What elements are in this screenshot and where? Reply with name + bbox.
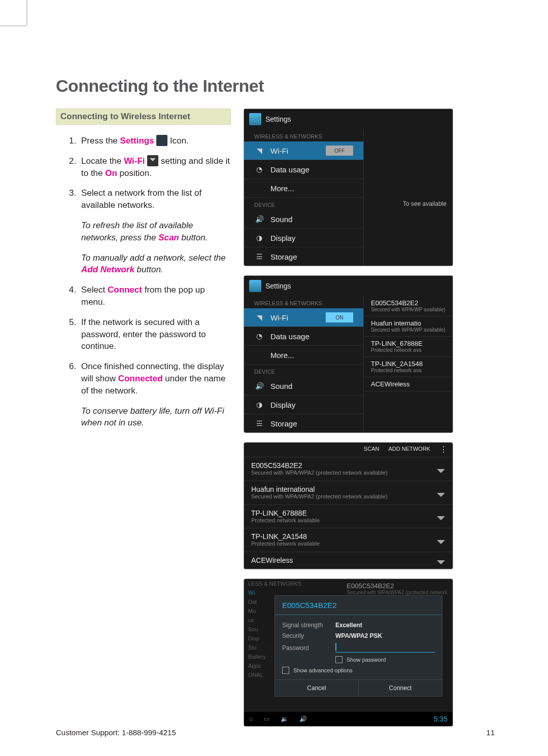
row-data-usage[interactable]: ◔Data usage <box>244 327 363 346</box>
add-network-button[interactable]: ADD NETWORK <box>388 446 430 454</box>
row-storage[interactable]: ☰Storage <box>244 247 363 266</box>
storage-icon: ☰ <box>254 251 264 262</box>
signal-icon <box>436 512 446 520</box>
screenshot-wifi-off: Settings WIRELESS & NETWORKS ◥Wi-FiOFF ◔… <box>244 109 453 266</box>
signal-icon <box>436 489 446 497</box>
overflow-icon[interactable]: ⋮ <box>439 446 448 454</box>
recent-icon[interactable]: ▭ <box>264 715 269 723</box>
network-item[interactable]: Huafun internatioSecured with WPA/WP ava… <box>364 316 453 337</box>
note-battery: To conserve battery life, turn off Wi-Fi… <box>81 405 231 429</box>
row-more[interactable]: More... <box>244 346 363 365</box>
connect-button[interactable]: Connect <box>359 680 442 696</box>
cancel-button[interactable]: Cancel <box>275 680 359 696</box>
row-wifi[interactable]: ◥Wi-FiOFF <box>244 141 363 160</box>
sound-icon: 🔊 <box>254 381 264 391</box>
section-heading: Connecting to Wireless Internet <box>56 109 231 125</box>
step-3: Select a network from the list of availa… <box>79 187 231 211</box>
step-6: Once finished connecting, the display wi… <box>79 361 231 397</box>
data-icon: ◔ <box>254 331 264 341</box>
storage-icon: ☰ <box>254 418 264 428</box>
note-scan: To refresh the list of available network… <box>81 220 231 244</box>
system-navbar: ⌂ ▭ 🔉 🔊 5:35 <box>244 712 453 726</box>
row-display[interactable]: ◑Display <box>244 395 363 414</box>
wifi-icon <box>147 155 158 166</box>
signal-icon <box>436 465 446 473</box>
gear-icon <box>249 280 261 292</box>
signal-icon <box>436 536 446 544</box>
row-sound[interactable]: 🔊Sound <box>244 377 363 395</box>
screenshot-connect-dialog: LESS & NETWORKS E005C534B2E2Secured with… <box>244 579 453 727</box>
wifi-icon: ◥ <box>254 146 264 156</box>
password-input[interactable] <box>335 643 435 653</box>
wifi-toggle-on[interactable]: ON <box>326 312 353 322</box>
show-password-checkbox[interactable] <box>335 656 342 663</box>
network-item[interactable]: TP-LINK_67888EProtected network ava <box>364 337 453 357</box>
show-advanced-checkbox[interactable] <box>282 667 289 674</box>
row-display[interactable]: ◑Display <box>244 229 363 247</box>
network-item[interactable]: ACEWireless <box>244 552 453 569</box>
row-sound[interactable]: 🔊Sound <box>244 210 363 229</box>
back-icon[interactable]: ⌂ <box>249 715 253 723</box>
clock: 5:35 <box>434 715 448 723</box>
signal-icon <box>436 556 446 564</box>
network-item[interactable]: ACEWireless <box>364 377 453 391</box>
network-item[interactable]: TP-LINK_2A1548Protected network ava <box>364 357 453 377</box>
step-5: If the network is secured with a passwor… <box>79 316 231 352</box>
note-add-network: To manually add a network, select the Ad… <box>81 252 231 276</box>
settings-icon <box>156 135 167 146</box>
screenshot-network-list: SCAN ADD NETWORK ⋮ E005C534B2E2Secured w… <box>244 442 453 569</box>
wifi-toggle-off[interactable]: OFF <box>326 146 353 156</box>
network-item[interactable]: E005C534B2E2Secured with WPA/WPA2 (prote… <box>244 457 453 481</box>
wifi-icon: ◥ <box>254 312 264 322</box>
row-more[interactable]: More... <box>244 179 363 198</box>
step-4: Select Connect from the pop up menu. <box>79 284 231 308</box>
screenshot-wifi-on: Settings WIRELESS & NETWORKS ◥Wi-FiON ◔D… <box>244 275 453 433</box>
scan-button[interactable]: SCAN <box>364 446 380 454</box>
network-item[interactable]: TP-LINK_2A1548Protected network availabl… <box>244 528 453 552</box>
page-number: 11 <box>486 728 495 737</box>
connect-dialog: E005C534B2E2 Signal strengthExcellent Se… <box>275 595 442 697</box>
crop-mark-h <box>0 25 26 26</box>
customer-support: Customer Support: 1-888-999-4215 <box>56 728 176 737</box>
network-item[interactable]: E005C534B2E2Secured with WPA/WP availabl… <box>364 296 453 316</box>
row-data-usage[interactable]: ◔Data usage <box>244 160 363 179</box>
gear-icon <box>249 113 261 125</box>
display-icon: ◑ <box>254 400 264 410</box>
vol-down-icon[interactable]: 🔉 <box>281 715 288 723</box>
step-1: Press the Settings Icon. <box>79 135 231 147</box>
display-icon: ◑ <box>254 233 264 243</box>
step-2: Locate the Wi-Fi setting and slide it to… <box>79 155 231 179</box>
data-icon: ◔ <box>254 164 264 174</box>
row-wifi[interactable]: ◥Wi-FiON <box>244 308 363 327</box>
network-item[interactable]: TP-LINK_67888EProtected network availabl… <box>244 505 453 529</box>
dialog-title: E005C534B2E2 <box>275 596 442 615</box>
network-item[interactable]: Huafun internationalSecured with WPA/WPA… <box>244 481 453 505</box>
sound-icon: 🔊 <box>254 214 264 224</box>
page-title: Connecting to the Internet <box>56 76 453 96</box>
crop-mark-v <box>26 0 27 25</box>
vol-up-icon[interactable]: 🔊 <box>299 715 307 723</box>
row-storage[interactable]: ☰Storage <box>244 414 363 433</box>
